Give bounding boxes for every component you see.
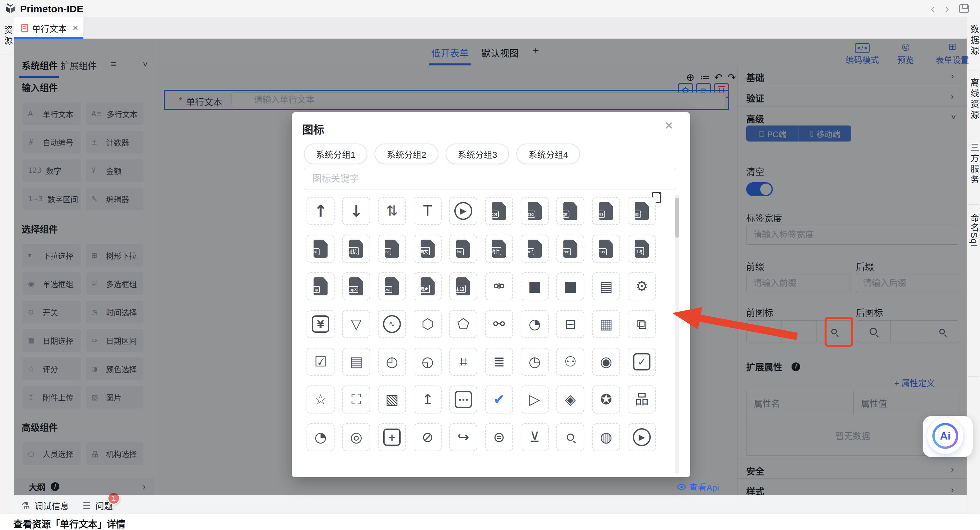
- icon-file-avi-icon[interactable]: avi: [378, 235, 406, 263]
- icon-checklist-card-icon[interactable]: ☑: [307, 348, 334, 376]
- icon-file-txt-icon[interactable]: txt: [307, 235, 334, 263]
- icon-dashboard-gauge-icon[interactable]: ◔: [521, 310, 549, 338]
- icon-currency-yen-icon[interactable]: ¥: [307, 310, 334, 338]
- icon-sliders-filter-icon[interactable]: ≣: [485, 348, 513, 376]
- icon-copy-list-icon[interactable]: ⧉: [628, 310, 656, 338]
- icon-star-icon[interactable]: ☆: [307, 385, 334, 413]
- tab-single-line-text[interactable]: 单行文本 ×: [14, 18, 83, 39]
- app-logo-icon: [5, 3, 16, 15]
- icon-link-chain-icon[interactable]: ⚯: [485, 310, 513, 338]
- group-tab-1[interactable]: 系统分组1: [304, 144, 367, 164]
- icon-monitor-scan-icon[interactable]: ⌗: [449, 348, 477, 376]
- file-eps-glyph: eps: [599, 239, 613, 258]
- chat-target-glyph: ◍: [600, 430, 612, 444]
- icon-scan-frame-icon[interactable]: ⛶: [342, 385, 370, 413]
- icon-file-swf-icon[interactable]: swf: [378, 272, 406, 300]
- icon-hexagon-bolt-icon[interactable]: ⬡: [414, 310, 442, 338]
- icon-file-ppt-icon[interactable]: ppt: [485, 197, 513, 225]
- close-icon[interactable]: ×: [665, 118, 673, 134]
- ai-assistant-button[interactable]: Ai: [927, 418, 963, 454]
- icon-clipboard-clock-icon[interactable]: ◵: [414, 348, 442, 376]
- icon-search-magnifier-icon[interactable]: [556, 423, 584, 451]
- icon-chat-target-icon[interactable]: ◍: [592, 423, 620, 451]
- icon-broadcast-icon[interactable]: ◎: [342, 423, 370, 451]
- icon-file-xls-icon[interactable]: xls: [592, 197, 620, 225]
- icon-file-doc-icon[interactable]: doc: [449, 235, 477, 263]
- sidebar-item-offline-resources[interactable]: 离线资源: [967, 78, 980, 121]
- icon-chat-dots-icon[interactable]: ⋯: [449, 385, 477, 413]
- sidebar-item-resources[interactable]: 资源: [0, 26, 14, 47]
- icon-team-group-icon[interactable]: ⚇: [556, 348, 584, 376]
- icon-pentagon-wireframe-icon[interactable]: ⬠: [449, 310, 477, 338]
- icon-file-gif-icon[interactable]: gif: [556, 197, 584, 225]
- icon-play-solid-icon[interactable]: ◉: [592, 348, 620, 376]
- icon-tshirt-icon[interactable]: T: [414, 197, 442, 225]
- icon-bookmark-add-icon[interactable]: +: [378, 423, 406, 451]
- group-tab-4[interactable]: 系统分组4: [516, 144, 580, 164]
- group-tab-2[interactable]: 系统分组2: [375, 144, 438, 164]
- scrollbar[interactable]: [675, 194, 679, 474]
- icon-arrow-down-icon[interactable]: ↓: [342, 197, 370, 225]
- square-solid-glyph: ■: [528, 279, 541, 294]
- icon-paper-plane-icon[interactable]: ▷: [521, 385, 549, 413]
- icon-link-broken-icon[interactable]: ⚮: [485, 272, 513, 300]
- icon-file-unknown-icon[interactable]: 未知: [449, 272, 477, 300]
- icon-folder-archive-icon[interactable]: ⊟: [556, 310, 584, 338]
- file-swf-glyph: swf: [385, 277, 399, 295]
- icon-clock-history-icon[interactable]: ◔: [307, 423, 334, 451]
- icon-chat-lines-icon[interactable]: ⊜: [485, 423, 513, 451]
- icon-shield-key-icon[interactable]: ◈: [556, 385, 584, 413]
- icon-file-eps-icon[interactable]: eps: [592, 235, 620, 263]
- sidebar-item-third-party-services[interactable]: 三方服务: [967, 143, 980, 185]
- icon-prohibited-icon[interactable]: ⊘: [414, 423, 442, 451]
- nav-back-icon[interactable]: ‹: [931, 2, 934, 15]
- scrollbar-thumb[interactable]: [675, 198, 679, 238]
- icon-upload-check-icon[interactable]: ↥: [414, 385, 442, 413]
- icon-user-check-icon[interactable]: ✔: [485, 385, 513, 413]
- icon-person-timer-icon[interactable]: ◴: [378, 348, 406, 376]
- icon-file-image-icon[interactable]: 图片: [414, 272, 442, 300]
- icon-display-settings-icon[interactable]: ⚙: [628, 272, 656, 300]
- left-rail: 资源: [0, 18, 14, 514]
- icon-file-richtext-icon[interactable]: 图文: [414, 235, 442, 263]
- icon-file-form-icon[interactable]: 申请: [628, 235, 656, 263]
- icon-square-solid-2-icon[interactable]: ■: [556, 272, 584, 300]
- icon-file-pdf-icon[interactable]: pdf: [521, 235, 549, 263]
- debug-info-button[interactable]: ⚗ 调试信息: [21, 499, 69, 512]
- icon-exit-logout-icon[interactable]: ↪: [449, 423, 477, 451]
- app-root: Primeton-IDE ‹ › 资源 数据源 离线资源 三方服务 命名Sql …: [0, 0, 980, 530]
- icon-play-search-icon[interactable]: ▶: [628, 423, 656, 451]
- icon-shield-logo-icon[interactable]: ▽: [342, 310, 370, 338]
- sidebar-item-named-sql[interactable]: 命名Sql: [967, 214, 980, 247]
- view-api-link[interactable]: 查看Api: [677, 481, 719, 493]
- icon-file-zip-icon[interactable]: zip: [307, 272, 334, 300]
- icon-box-open-icon[interactable]: ⊻: [521, 423, 549, 451]
- icon-clipboard-list-icon[interactable]: ▤: [342, 348, 370, 376]
- save-icon[interactable]: [959, 4, 969, 13]
- icon-calendar-schedule-icon[interactable]: ▦: [592, 310, 620, 338]
- icon-file-mp3-icon[interactable]: mp3: [342, 272, 370, 300]
- clipboard-clock-glyph: ◵: [422, 355, 434, 369]
- icon-keyword-search-input[interactable]: [304, 168, 676, 190]
- icon-pulse-circle-icon[interactable]: ∿: [378, 310, 406, 338]
- icon-image-photo-icon[interactable]: ▧: [378, 385, 406, 413]
- nav-forward-icon[interactable]: ›: [945, 2, 949, 15]
- icon-file-sql-icon[interactable]: sql: [628, 197, 656, 225]
- icon-sort-az-icon[interactable]: ⇅: [378, 197, 406, 225]
- icon-badge-check-icon[interactable]: ✪: [592, 385, 620, 413]
- icon-document-check-icon[interactable]: ✓: [628, 348, 656, 376]
- file-doc-glyph: doc: [456, 239, 470, 258]
- icon-arrow-up-icon[interactable]: ↑: [307, 197, 334, 225]
- group-tab-3[interactable]: 系统分组3: [445, 144, 509, 164]
- icon-square-solid-icon[interactable]: ■: [521, 272, 549, 300]
- icon-document-list-icon[interactable]: ▤: [592, 272, 620, 300]
- icon-org-chart-icon[interactable]: 品: [628, 385, 656, 413]
- icon-file-attachment-icon[interactable]: 附件: [485, 235, 513, 263]
- close-icon[interactable]: ×: [73, 23, 78, 34]
- icon-file-link-icon[interactable]: 链接: [342, 235, 370, 263]
- icon-file-psd-icon[interactable]: psd: [521, 197, 549, 225]
- icon-play-circle-icon[interactable]: ▶: [449, 197, 477, 225]
- document-list-glyph: ▤: [600, 279, 613, 294]
- icon-clock-icon[interactable]: ◷: [521, 348, 549, 376]
- icon-file-exe-icon[interactable]: exe: [556, 235, 584, 263]
